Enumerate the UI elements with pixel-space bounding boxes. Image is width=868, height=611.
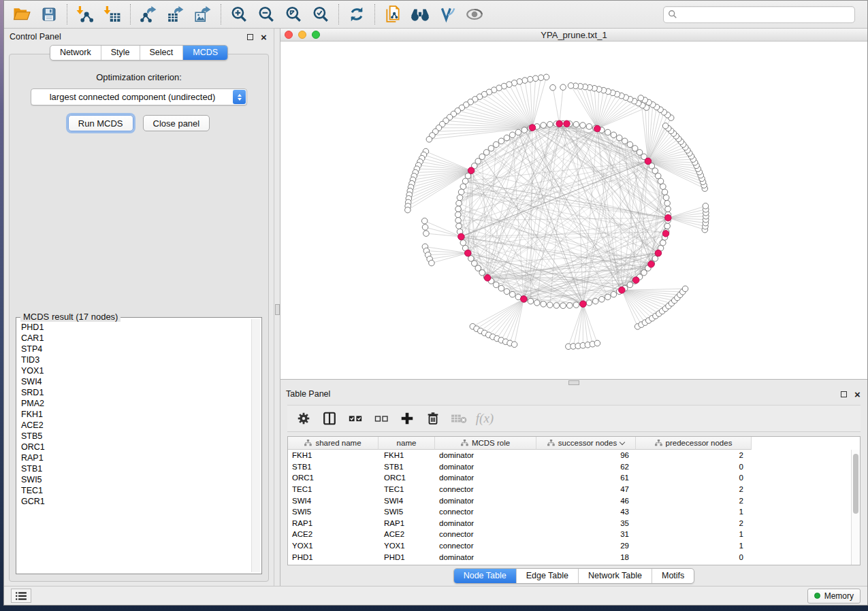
close-table-panel-button[interactable]: × <box>853 390 862 399</box>
network-node[interactable] <box>664 200 671 206</box>
table-settings-button[interactable] <box>293 408 315 429</box>
network-node[interactable] <box>605 129 611 135</box>
mcds-result-item[interactable]: GCR1 <box>21 496 251 507</box>
tab-node-table[interactable]: Node Table <box>454 569 516 583</box>
zoom-in-button[interactable] <box>225 3 253 26</box>
export-table-button[interactable] <box>162 3 189 26</box>
network-node[interactable] <box>662 189 668 195</box>
network-node[interactable] <box>456 200 462 206</box>
network-node[interactable] <box>504 135 510 141</box>
network-node[interactable] <box>682 286 688 292</box>
network-node[interactable] <box>541 301 547 308</box>
network-node[interactable] <box>517 79 523 85</box>
network-node[interactable] <box>616 135 622 141</box>
network-node[interactable] <box>511 342 517 348</box>
network-node[interactable] <box>522 78 528 84</box>
tab-select[interactable]: Select <box>140 46 183 60</box>
mcds-hub-node[interactable] <box>645 158 652 165</box>
mcds-result-item[interactable]: PMA2 <box>21 398 251 409</box>
network-node[interactable] <box>455 206 462 212</box>
float-table-panel-button[interactable] <box>839 390 848 399</box>
table-scrollbar-thumb[interactable] <box>853 454 858 514</box>
run-mcds-button[interactable]: Run MCDS <box>68 115 133 131</box>
table-row[interactable]: RAP1RAP1dominator352 <box>288 518 860 529</box>
network-node[interactable] <box>543 74 549 80</box>
mcds-result-item[interactable]: STP4 <box>21 344 251 354</box>
network-node[interactable] <box>534 300 540 306</box>
network-node[interactable] <box>663 195 669 201</box>
show-hide-button[interactable] <box>461 3 488 26</box>
mcds-result-item[interactable]: SRD1 <box>21 387 251 398</box>
mcds-result-item[interactable]: CAR1 <box>21 333 251 344</box>
mcds-hub-node[interactable] <box>564 120 570 127</box>
network-node[interactable] <box>637 150 643 156</box>
table-row[interactable]: YOX1YOX1connector291 <box>288 540 860 552</box>
network-node[interactable] <box>547 302 553 308</box>
network-node[interactable] <box>586 124 592 130</box>
network-node[interactable] <box>660 240 666 246</box>
network-node[interactable] <box>429 260 435 266</box>
mcds-result-item[interactable]: STB1 <box>21 463 251 474</box>
close-mcds-panel-button[interactable]: Close panel <box>143 115 210 131</box>
column-header-successor-nodes[interactable]: successor nodes <box>536 437 636 450</box>
network-node[interactable] <box>498 138 504 144</box>
network-node[interactable] <box>515 129 521 135</box>
import-network-button[interactable] <box>71 3 99 26</box>
network-node[interactable] <box>568 83 574 89</box>
mcds-result-item[interactable]: SWI5 <box>21 474 251 485</box>
memory-button[interactable]: Memory <box>807 589 861 604</box>
tab-mcds[interactable]: MCDS <box>182 46 227 60</box>
table-row[interactable]: FKH1FKH1dominator962 <box>288 450 860 461</box>
column-header-shared-name[interactable]: shared name <box>288 437 379 450</box>
mcds-hub-node[interactable] <box>468 167 475 174</box>
column-header-name[interactable]: name <box>379 437 435 450</box>
network-canvas[interactable] <box>280 42 867 379</box>
table-scrollbar[interactable] <box>851 450 860 565</box>
vizmapper-button[interactable] <box>434 3 461 26</box>
network-node[interactable] <box>460 184 466 190</box>
global-search-box[interactable] <box>663 6 855 23</box>
network-node[interactable] <box>455 218 462 224</box>
mcds-hub-node[interactable] <box>464 250 471 257</box>
network-node[interactable] <box>627 282 633 288</box>
tab-edge-table[interactable]: Edge Table <box>516 569 578 583</box>
delete-table-button[interactable] <box>448 408 470 429</box>
network-node[interactable] <box>580 122 586 129</box>
network-node[interactable] <box>457 195 463 201</box>
network-node[interactable] <box>627 142 633 148</box>
table-row[interactable]: TEC1TEC1connector472 <box>288 484 860 495</box>
column-header-MCDS-role[interactable]: MCDS role <box>435 437 536 450</box>
network-node[interactable] <box>458 189 464 195</box>
mcds-hub-node[interactable] <box>521 296 528 303</box>
network-node[interactable] <box>538 75 544 81</box>
mcds-hub-node[interactable] <box>594 125 601 132</box>
network-node[interactable] <box>586 300 592 306</box>
network-node[interactable] <box>423 231 430 237</box>
network-node[interactable] <box>573 302 579 308</box>
status-menu-button[interactable] <box>11 589 31 603</box>
network-node[interactable] <box>527 76 533 82</box>
mcds-result-item[interactable]: TID3 <box>21 354 251 365</box>
network-node[interactable] <box>462 178 468 184</box>
network-node[interactable] <box>532 76 539 82</box>
mcds-hub-node[interactable] <box>655 250 662 257</box>
export-network-button[interactable] <box>135 3 162 26</box>
network-node[interactable] <box>664 223 671 229</box>
close-panel-button[interactable]: × <box>259 33 268 42</box>
unselect-all-button[interactable] <box>370 408 392 429</box>
network-node[interactable] <box>660 184 666 190</box>
table-row[interactable]: ACE2ACE2connector311 <box>288 529 860 540</box>
network-node[interactable] <box>479 269 485 276</box>
network-node[interactable] <box>599 297 605 303</box>
mcds-result-item[interactable]: RAP1 <box>21 452 251 463</box>
table-row[interactable]: SWI5SWI5connector431 <box>288 506 860 518</box>
duplicate-network-button[interactable] <box>379 3 406 26</box>
refresh-button[interactable] <box>343 3 370 26</box>
mcds-hub-node[interactable] <box>648 261 655 268</box>
zoom-selected-button[interactable] <box>307 3 334 26</box>
mcds-hub-node[interactable] <box>619 287 626 294</box>
tab-network-table[interactable]: Network Table <box>578 569 652 583</box>
network-node[interactable] <box>594 340 600 346</box>
network-node[interactable] <box>592 298 598 304</box>
table-row[interactable]: PHD1PHD1dominator180 <box>288 551 860 563</box>
